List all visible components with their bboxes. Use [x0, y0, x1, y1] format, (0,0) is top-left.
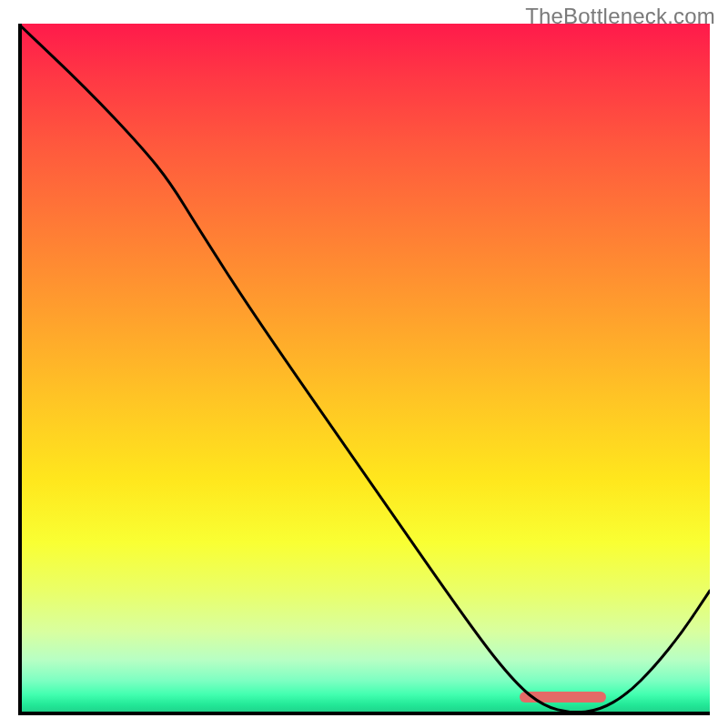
chart-marker-pill	[520, 692, 606, 703]
chart-plot-area	[18, 24, 710, 715]
chart-background-gradient	[18, 24, 710, 715]
watermark-text: TheBottleneck.com	[525, 4, 715, 29]
